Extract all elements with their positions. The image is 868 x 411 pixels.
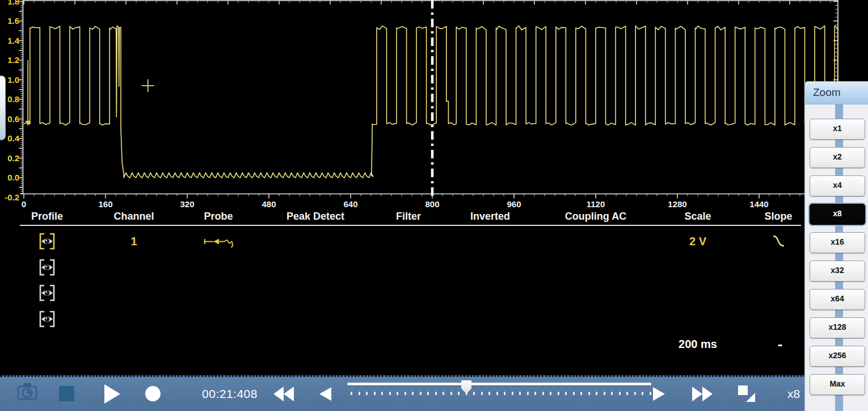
- zoom-level-button-x256[interactable]: x256: [810, 346, 865, 367]
- step-forward-icon[interactable]: [652, 387, 666, 401]
- zoom-level-button-x4[interactable]: x4: [810, 175, 865, 196]
- camera-icon[interactable]: [15, 380, 40, 403]
- slider-tick: [504, 392, 505, 395]
- profile-visibility-toggle[interactable]: [39, 311, 56, 328]
- x-axis-tick-label: 0: [7, 200, 41, 209]
- slider-tick: [542, 392, 544, 395]
- slider-tick: [351, 392, 352, 395]
- y-axis-tick-label: 1.6: [0, 16, 19, 26]
- x-axis-tick-label: 1280: [660, 200, 694, 209]
- x-axis-tick-label: 640: [334, 200, 368, 209]
- zoom-level-button-x2[interactable]: x2: [810, 147, 865, 168]
- profile-visibility-toggle[interactable]: [39, 233, 56, 250]
- column-header-inverted: Inverted: [442, 211, 538, 222]
- zoom-level-button-max[interactable]: Max: [810, 374, 865, 395]
- slider-tick: [435, 392, 437, 395]
- waveform-trace: [24, 26, 838, 178]
- stop-button[interactable]: [59, 386, 74, 401]
- slider-tick: [450, 392, 452, 395]
- slider-tick: [404, 392, 406, 395]
- scope-plot: [0, 0, 868, 375]
- playback-slider-track[interactable]: [347, 383, 651, 385]
- slider-tick: [573, 392, 575, 395]
- slider-tick: [412, 392, 414, 395]
- slider-tick: [604, 392, 605, 395]
- profile-visibility-toggle[interactable]: [39, 259, 56, 276]
- slider-tick: [381, 392, 383, 395]
- slider-tick: [634, 392, 636, 395]
- slider-tick: [397, 392, 398, 395]
- zoom-panel: Zoom x1x2x4x8x16x32x64x128x256Max: [804, 81, 868, 411]
- slider-tick: [366, 392, 368, 395]
- slider-tick: [481, 392, 483, 395]
- fast-forward-icon[interactable]: [692, 387, 713, 401]
- eye-icon: [39, 311, 55, 328]
- x-axis-tick-label: 960: [497, 200, 531, 209]
- slider-tick: [466, 392, 467, 395]
- slider-tick: [458, 392, 460, 395]
- timebase-decrease-button[interactable]: -: [772, 335, 789, 353]
- slider-tick: [611, 392, 613, 395]
- slider-tick: [550, 392, 551, 395]
- x-axis-tick-label: 1120: [579, 200, 613, 209]
- slider-tick: [527, 392, 529, 395]
- transport-toolbar: 00:21:408 x8: [0, 375, 868, 411]
- slider-tick: [374, 392, 376, 395]
- slider-tick: [626, 392, 628, 395]
- jump-end-icon[interactable]: [738, 385, 757, 403]
- slider-tick: [389, 392, 391, 395]
- channel-number: 1: [117, 235, 151, 248]
- y-axis-tick-label: 0.2: [0, 154, 19, 163]
- eye-icon: [39, 259, 55, 276]
- x-axis-tick-label: 800: [415, 200, 449, 209]
- header-divider: [20, 225, 801, 226]
- rewind-icon[interactable]: [273, 387, 294, 401]
- slider-tick: [580, 392, 582, 395]
- slider-tick: [496, 392, 498, 395]
- x-axis-tick-label: 480: [252, 200, 286, 209]
- zoom-level-button-x1[interactable]: x1: [810, 119, 865, 140]
- slider-tick: [558, 392, 559, 395]
- y-axis-tick-label: 0.0: [0, 173, 19, 182]
- timebase-label: 200 ms: [658, 338, 738, 351]
- oscilloscope-app: 1.81.61.41.21.00.80.60.40.20.0-0.2 01603…: [0, 0, 868, 411]
- column-header-peak-detect: Peak Detect: [267, 211, 364, 222]
- eye-icon: [39, 284, 55, 301]
- y-axis-tick-label: 1.8: [0, 0, 19, 6]
- slider-tick: [443, 392, 444, 395]
- slider-tick: [512, 392, 513, 395]
- y-axis-tick-label: 1.4: [0, 36, 19, 45]
- scale-value[interactable]: 2 V: [675, 235, 720, 248]
- zoom-level-button-x64[interactable]: x64: [810, 289, 865, 310]
- play-button[interactable]: [104, 384, 121, 404]
- falling-slope-icon[interactable]: [773, 234, 785, 250]
- slider-tick: [427, 392, 429, 395]
- probe-icon[interactable]: [203, 235, 234, 251]
- eye-icon: [39, 233, 55, 250]
- slider-tick: [565, 392, 567, 395]
- zoom-level-button-x16[interactable]: x16: [810, 232, 865, 253]
- profile-visibility-toggle[interactable]: [39, 284, 56, 301]
- zoom-panel-header[interactable]: Zoom: [805, 82, 868, 104]
- column-header-probe: Probe: [170, 211, 267, 222]
- column-header-channel: Channel: [86, 211, 182, 222]
- playback-time: 00:21:408: [193, 387, 267, 401]
- zoom-level-button-x128[interactable]: x128: [810, 317, 865, 338]
- zoom-level-button-x8[interactable]: x8: [810, 204, 865, 225]
- slider-tick: [642, 392, 643, 395]
- slider-tick: [473, 392, 475, 395]
- column-header-profile: Profile: [0, 211, 95, 222]
- record-button[interactable]: [145, 386, 161, 401]
- slider-tick: [359, 392, 360, 395]
- y-axis-tick-label: 1.2: [0, 56, 19, 65]
- slider-tick: [596, 392, 597, 395]
- column-header-coupling-ac: Coupling AC: [547, 211, 644, 222]
- x-axis-tick-label: 160: [89, 200, 123, 209]
- zoom-level-button-x32[interactable]: x32: [810, 261, 865, 282]
- crosshair-cursor: [142, 79, 154, 92]
- step-back-icon[interactable]: [318, 387, 332, 401]
- slider-tick: [534, 392, 536, 395]
- slider-tick: [488, 392, 490, 395]
- slider-tick: [650, 392, 651, 395]
- x-axis-tick-label: 320: [170, 200, 204, 209]
